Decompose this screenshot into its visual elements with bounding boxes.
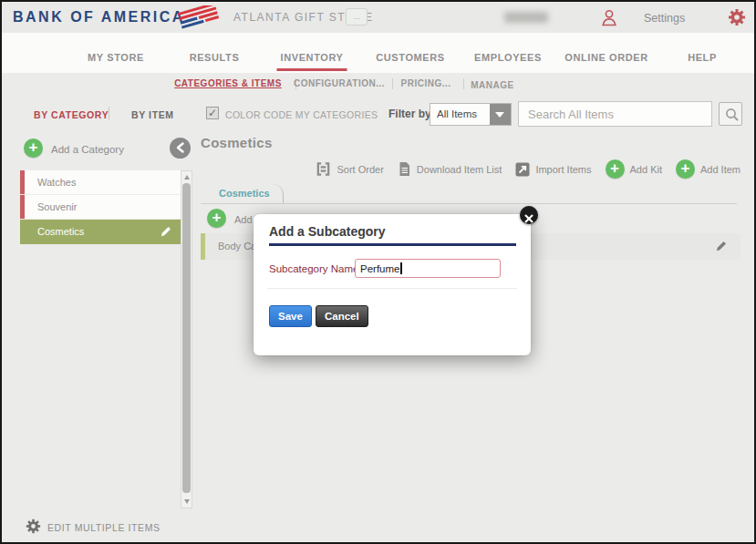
edit-multiple-gear-icon[interactable] (26, 518, 41, 534)
tab-cosmetics[interactable]: Cosmetics (212, 184, 284, 203)
sort-order-label: Sort Order (337, 164, 383, 175)
download-item-list-label: Download Item List (417, 164, 502, 175)
settings-gear-icon[interactable] (728, 8, 746, 26)
app-header: BANK OF AMERICA ATLANTA GIFT STORE ... S… (2, 2, 754, 33)
item-toolbar: Sort Order Download Item List Import Ite… (348, 159, 740, 179)
divider (109, 107, 109, 120)
title-rule (269, 243, 516, 246)
subnav-categories-items[interactable]: CATEGORIES & ITEMS (174, 78, 282, 88)
collapse-sidebar-button[interactable] (170, 138, 191, 159)
subnav-configuration[interactable]: CONFIGURATION... (294, 78, 385, 88)
redacted-username (504, 12, 548, 23)
add-category-plus-icon[interactable]: + (24, 139, 43, 158)
category-row-cosmetics[interactable]: Cosmetics (20, 220, 181, 244)
text-cursor (400, 262, 402, 274)
edit-pencil-icon[interactable] (160, 225, 172, 238)
edit-pencil-icon[interactable] (715, 240, 728, 252)
nav-employees[interactable]: EMPLOYEES (474, 52, 542, 63)
dialog-title: Add a Subcategory (269, 224, 386, 239)
cancel-button[interactable]: Cancel (316, 305, 368, 327)
view-by-category-toggle[interactable]: BY CATEGORY (34, 109, 109, 120)
subnav-separator (463, 78, 464, 89)
import-items-label: Import Items (535, 164, 591, 175)
scroll-up-arrow-icon[interactable] (184, 175, 190, 180)
search-input[interactable] (518, 101, 712, 127)
divider (201, 203, 737, 204)
filter-by-label: Filter by (388, 108, 431, 120)
edit-multiple-items-button[interactable]: EDIT MULTIPLE ITEMS (47, 522, 161, 533)
sort-order-button[interactable]: Sort Order (316, 161, 383, 177)
close-button[interactable] (520, 206, 538, 224)
color-code-label: COLOR CODE MY CATEGORIES (225, 109, 378, 120)
save-button[interactable]: Save (269, 305, 312, 327)
category-row-souvenir[interactable]: Souvenir (20, 195, 181, 219)
add-item-button[interactable]: + Add Item (676, 159, 740, 179)
subnav-manage[interactable]: MANAGE (471, 80, 513, 90)
nav-customers[interactable]: CUSTOMERS (376, 52, 444, 63)
add-subcategory-plus-icon[interactable]: + (207, 209, 226, 228)
color-code-checkbox[interactable]: ✓ (206, 107, 219, 119)
subnav-pricing[interactable]: PRICING... (400, 78, 450, 88)
download-item-list-button[interactable]: Download Item List (398, 161, 502, 177)
import-arrow-icon (515, 162, 530, 177)
subcategory-name-label: Subcategory Name: (269, 263, 362, 274)
search-button[interactable] (719, 102, 742, 126)
add-category-button[interactable]: Add a Category (51, 144, 124, 155)
main-nav: MY STORE RESULTS INVENTORY CUSTOMERS EMP… (2, 33, 754, 73)
brand-logo-text: BANK OF AMERICA (13, 9, 185, 26)
add-kit-button[interactable]: + Add Kit (606, 159, 662, 179)
filter-dropdown[interactable]: All Items (430, 103, 512, 126)
close-icon (524, 214, 533, 223)
sort-order-icon (316, 161, 331, 177)
app-window: BANK OF AMERICA ATLANTA GIFT STORE ... S… (0, 0, 756, 544)
chevron-down-icon (490, 104, 511, 125)
input-value: Perfume (360, 263, 399, 274)
scrollbar-thumb[interactable] (182, 183, 191, 493)
add-item-label: Add Item (700, 164, 740, 175)
document-icon (398, 161, 411, 177)
nav-help[interactable]: HELP (688, 52, 717, 63)
settings-link[interactable]: Settings (644, 12, 685, 25)
arrow-left-icon (173, 140, 188, 155)
nav-inventory[interactable]: INVENTORY (281, 52, 344, 63)
nav-my-store[interactable]: MY STORE (88, 52, 144, 63)
page-title: Cosmetics (201, 135, 273, 150)
sidebar-scrollbar[interactable] (181, 170, 192, 508)
category-label: Cosmetics (37, 226, 84, 237)
search-icon (725, 108, 740, 122)
nav-results[interactable]: RESULTS (190, 52, 240, 63)
plus-icon: + (606, 159, 625, 179)
filter-dropdown-value: All Items (437, 108, 477, 119)
bank-flag-icon (178, 5, 220, 29)
subcategory-name-input[interactable]: Perfume (355, 259, 501, 278)
add-kit-label: Add Kit (630, 164, 662, 175)
divider (267, 288, 517, 289)
subnav-separator (392, 78, 393, 89)
plus-icon: + (676, 159, 695, 179)
import-items-button[interactable]: Import Items (515, 162, 591, 177)
scroll-down-arrow-icon[interactable] (184, 499, 190, 504)
category-row-watches[interactable]: Watches (20, 170, 181, 194)
store-more-button[interactable]: ... (346, 8, 368, 26)
view-by-item-toggle[interactable]: BY ITEM (131, 109, 174, 120)
nav-online-order[interactable]: ONLINE ORDER (564, 52, 648, 63)
user-profile-icon[interactable] (600, 8, 618, 27)
add-subcategory-dialog: Add a Subcategory Subcategory Name: Perf… (254, 214, 531, 355)
